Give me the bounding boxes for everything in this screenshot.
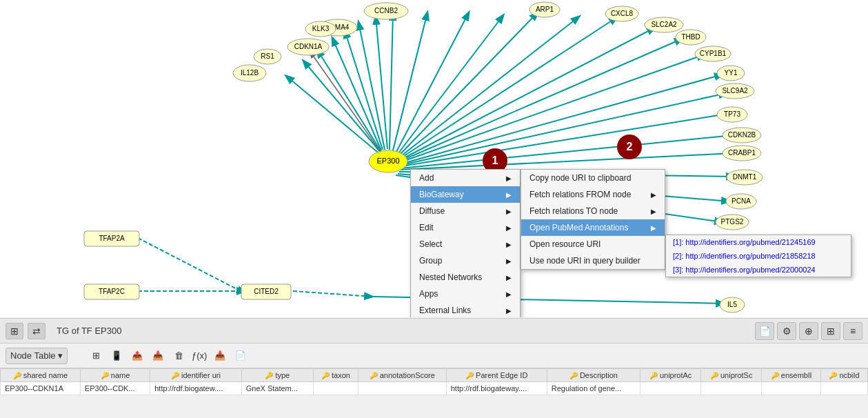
col-annotation-score[interactable]: 🔑annotationScore xyxy=(358,369,446,382)
svg-line-26 xyxy=(138,238,245,293)
menu-item-add[interactable]: Add ▶ xyxy=(411,170,520,186)
col-shared-name[interactable]: 🔑shared name xyxy=(1,369,81,382)
svg-line-17 xyxy=(403,74,723,163)
col-taxon[interactable]: 🔑taxon xyxy=(313,369,358,382)
node-YY1[interactable]: YY1 xyxy=(717,66,745,81)
node-PTGS2[interactable]: PTGS2 xyxy=(716,215,749,230)
toolbar-row: ⊞ ⇄ TG of TF EP300 📄 ⚙ ⊕ ⊞ ≡ xyxy=(0,319,868,344)
table-area[interactable]: 🔑shared name 🔑name 🔑identifier uri 🔑type… xyxy=(0,368,868,418)
node-TP73[interactable]: TP73 xyxy=(717,107,747,122)
icon-delete[interactable]: 🗑 xyxy=(170,348,188,364)
node-SLC2A2[interactable]: SLC2A2 xyxy=(645,17,683,32)
col-type[interactable]: 🔑type xyxy=(241,369,313,382)
layout-icon1[interactable]: ⊞ xyxy=(821,322,840,340)
node-CDKN1A[interactable]: CDKN1A xyxy=(287,39,329,55)
cell-identifier-uri: http://rdf.biogatew.... xyxy=(150,382,241,395)
node-DNMT1[interactable]: DNMT1 xyxy=(727,170,763,185)
node-IL5[interactable]: IL5 xyxy=(720,297,745,312)
menu-item-open-pubmed[interactable]: Open PubMed Annotations ▶ xyxy=(521,219,665,236)
svg-text:TFAP2C: TFAP2C xyxy=(99,288,125,295)
node-TFAP2C[interactable]: TFAP2C xyxy=(84,284,139,299)
cell-parent-edge-id: http://rdf.biogateway.... xyxy=(446,382,547,395)
col-description[interactable]: 🔑Description xyxy=(547,369,640,382)
tg-label: TG of TF EP300 xyxy=(57,326,121,336)
icon-import[interactable]: 📥 xyxy=(211,348,229,364)
col-ncbiid[interactable]: 🔑ncbiId xyxy=(821,369,868,382)
icon-tablet[interactable]: 📱 xyxy=(108,348,125,364)
menu-item-edit[interactable]: Edit ▶ xyxy=(411,219,520,236)
menu-item-open-resource[interactable]: Open resource URI xyxy=(521,236,665,252)
svg-line-21 xyxy=(400,153,734,170)
node-PCNA[interactable]: PCNA xyxy=(726,194,756,209)
menu-item-biogateway[interactable]: BioGateway ▶ xyxy=(411,186,520,203)
svg-line-7 xyxy=(390,12,393,150)
menu-item-use-uri-query[interactable]: Use node URI in query builder xyxy=(521,252,665,269)
icon-grid2[interactable]: ⊞ xyxy=(87,348,105,364)
col-ensembl[interactable]: 🔑ensemblI xyxy=(762,369,821,382)
menu-item-select[interactable]: Select ▶ xyxy=(411,236,520,252)
pubmed-item-1[interactable]: [1]: http://identifiers.org/pubmed/21245… xyxy=(666,235,851,249)
node-CDKN2B[interactable]: CDKN2B xyxy=(723,128,761,143)
icon-copy-out[interactable]: 📤 xyxy=(128,348,146,364)
node-ARP1[interactable]: ARP1 xyxy=(529,2,560,17)
svg-line-8 xyxy=(393,12,427,150)
node-SLC9A2[interactable]: SLC9A2 xyxy=(716,83,754,99)
fit-icon[interactable]: ⊕ xyxy=(799,322,818,340)
col-parent-edge-id[interactable]: 🔑Parent Edge ID xyxy=(446,369,547,382)
icon-export2[interactable]: 📄 xyxy=(232,348,250,364)
svg-line-14 xyxy=(403,28,655,159)
svg-text:RS1: RS1 xyxy=(261,52,274,60)
pubmed-item-2[interactable]: [2]: http://identifiers.org/pubmed/21858… xyxy=(666,249,851,263)
menu-item-group[interactable]: Group ▶ xyxy=(411,252,520,269)
node-CXCL8[interactable]: CXCL8 xyxy=(605,6,638,21)
svg-line-12 xyxy=(401,17,579,156)
grid-icon[interactable]: ⊞ xyxy=(6,323,23,339)
svg-text:CXCL8: CXCL8 xyxy=(611,10,634,17)
node-TFAP2A[interactable]: TFAP2A xyxy=(84,231,139,246)
node-CRABP1[interactable]: CRABP1 xyxy=(723,146,761,161)
layout-icon2[interactable]: ≡ xyxy=(843,322,862,340)
icon-formula[interactable]: ƒ(x) xyxy=(190,348,208,364)
node-THBD[interactable]: THBD xyxy=(676,30,706,45)
menu-item-fetch-to[interactable]: Fetch relations TO node ▶ xyxy=(521,203,665,219)
node-CCNB2[interactable]: CCNB2 xyxy=(364,3,408,19)
svg-line-0 xyxy=(286,76,381,155)
menu-item-fetch-from[interactable]: Fetch relations FROM node ▶ xyxy=(521,186,665,203)
icon-row: Node Table ▾ ⊞ 📱 📤 📥 🗑 ƒ(x) 📥 📄 xyxy=(0,344,868,368)
pubmed-submenu[interactable]: [1]: http://identifiers.org/pubmed/21245… xyxy=(665,235,851,277)
cell-annotation-score xyxy=(358,382,446,395)
biogateway-submenu[interactable]: Copy node URI to clipboard Fetch relatio… xyxy=(521,169,665,270)
node-KLK3[interactable]: KLK3 xyxy=(305,21,336,37)
menu-item-apps[interactable]: Apps ▶ xyxy=(411,286,520,302)
menu-item-copy-uri[interactable]: Copy node URI to clipboard xyxy=(521,170,665,186)
menu-item-nested-networks[interactable]: Nested Networks ▶ xyxy=(411,269,520,286)
svg-line-11 xyxy=(400,12,538,155)
table-row[interactable]: EP300--CDKN1A EP300--CDK... http://rdf.b… xyxy=(1,382,868,395)
cell-description: Regulation of gene... xyxy=(547,382,640,395)
svg-text:EP300: EP300 xyxy=(376,157,399,165)
col-name[interactable]: 🔑name xyxy=(80,369,150,382)
col-identifier-uri[interactable]: 🔑identifier uri xyxy=(150,369,241,382)
menu-item-diffuse[interactable]: Diffuse ▶ xyxy=(411,203,520,219)
node-CITED2[interactable]: CITED2 xyxy=(241,284,291,299)
svg-text:CITED2: CITED2 xyxy=(254,288,279,295)
node-IL12B[interactable]: IL12B xyxy=(233,65,266,81)
cell-ensembl xyxy=(762,382,821,395)
context-menu[interactable]: Add ▶ BioGateway ▶ Diffuse ▶ Edit ▶ Sele… xyxy=(410,169,521,317)
col-uniprotac[interactable]: 🔑uniprotAc xyxy=(640,369,701,382)
network-canvas[interactable]: CCNB2 LAMA4 KLK3 CDKN1A RS1 IL12B ARP1 xyxy=(0,0,868,317)
node-table-btn[interactable]: Node Table ▾ xyxy=(6,348,68,364)
menu-item-external-links[interactable]: External Links ▶ xyxy=(411,302,520,317)
svg-text:YY1: YY1 xyxy=(725,69,738,77)
pubmed-item-3[interactable]: [3]: http://identifiers.org/pubmed/22000… xyxy=(666,263,851,277)
cell-ncbiid xyxy=(821,382,868,395)
share-icon[interactable]: ⇄ xyxy=(28,323,46,339)
node-CYP1B1[interactable]: CYP1B1 xyxy=(695,46,731,61)
icon-copy-in[interactable]: 📥 xyxy=(149,348,167,364)
node-RS1[interactable]: RS1 xyxy=(254,49,281,64)
col-uniprotsc[interactable]: 🔑uniprotSc xyxy=(701,369,762,382)
settings-icon[interactable]: ⚙ xyxy=(777,322,796,340)
svg-line-25 xyxy=(310,52,381,153)
node-EP300[interactable]: EP300 xyxy=(369,150,407,172)
export-icon[interactable]: 📄 xyxy=(755,322,774,340)
